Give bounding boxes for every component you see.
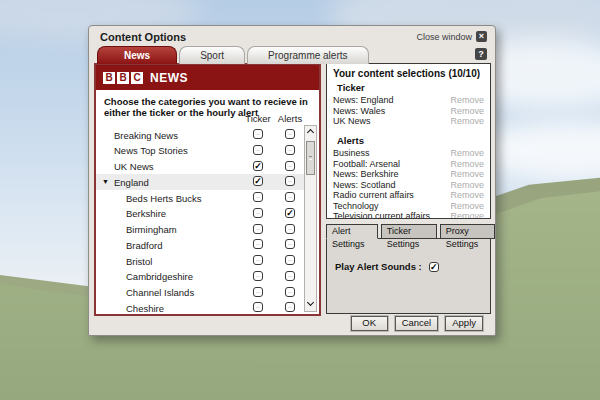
selection-item: BusinessRemove xyxy=(333,148,484,158)
tab-news[interactable]: News xyxy=(97,46,177,64)
footer-button-bar: OKCancelApply xyxy=(351,316,483,331)
category-label: Bristol xyxy=(126,256,152,267)
content-options-dialog: Content Options Close window × NewsSport… xyxy=(88,25,496,336)
selection-item-label: Technology xyxy=(333,201,379,211)
apply-button[interactable]: Apply xyxy=(445,316,483,331)
selection-item-label: Radio current affairs xyxy=(333,190,414,200)
settings-tab-bar: Alert SettingsTicker SettingsProxy Setti… xyxy=(326,224,495,239)
selection-item-label: Television current affairs xyxy=(333,211,430,219)
category-row-news-top-stories: News Top Stories–– xyxy=(96,143,305,159)
ticker-checkbox[interactable]: – xyxy=(253,287,263,297)
remove-link[interactable]: Remove xyxy=(450,180,484,190)
close-window-button[interactable]: Close window × xyxy=(416,31,487,42)
selection-group-alerts: AlertsBusinessRemoveFootball: ArsenalRem… xyxy=(333,135,484,219)
help-button[interactable]: ? xyxy=(475,48,487,60)
category-row-bristol: Bristol–– xyxy=(96,253,305,269)
ticker-checkbox[interactable]: – xyxy=(253,224,263,234)
category-label: Channel Islands xyxy=(126,287,194,298)
alerts-checkbox[interactable]: – xyxy=(285,224,295,234)
selection-group-ticker: TickerNews: EnglandRemoveNews: WalesRemo… xyxy=(333,82,484,126)
remove-link[interactable]: Remove xyxy=(450,116,484,126)
ticker-checkbox[interactable]: ✓ xyxy=(253,176,263,186)
selection-item-label: Football: Arsenal xyxy=(333,159,400,169)
remove-link[interactable]: Remove xyxy=(450,159,484,169)
category-label: UK News xyxy=(114,161,154,172)
cancel-button[interactable]: Cancel xyxy=(395,316,439,331)
tab-sport[interactable]: Sport xyxy=(179,46,245,64)
remove-link[interactable]: Remove xyxy=(450,169,484,179)
selections-title: Your content selections (10/10) xyxy=(333,68,484,79)
scrollbar-thumb[interactable] xyxy=(306,141,315,175)
ticker-checkbox[interactable]: – xyxy=(253,129,263,139)
ticker-checkbox[interactable]: – xyxy=(253,192,263,202)
alerts-checkbox[interactable]: ✓ xyxy=(285,208,295,218)
selection-group-heading: Alerts xyxy=(337,135,484,146)
alerts-checkbox[interactable]: – xyxy=(285,271,295,281)
selections-panel: Your content selections (10/10) TickerNe… xyxy=(326,63,491,219)
alerts-checkbox[interactable]: – xyxy=(285,129,295,139)
selection-item-label: Business xyxy=(333,148,370,158)
expander-icon[interactable]: ▼ xyxy=(102,178,109,185)
alerts-checkbox[interactable]: – xyxy=(285,176,295,186)
scrollbar-up-icon[interactable] xyxy=(305,126,316,138)
bbc-logo-suffix: NEWS xyxy=(150,71,188,85)
ticker-checkbox[interactable]: – xyxy=(253,145,263,155)
ok-button[interactable]: OK xyxy=(351,316,388,331)
category-label: News Top Stories xyxy=(114,145,188,156)
alerts-checkbox[interactable]: – xyxy=(285,239,295,249)
remove-link[interactable]: Remove xyxy=(450,95,484,105)
selection-item: UK NewsRemove xyxy=(333,116,484,126)
remove-link[interactable]: Remove xyxy=(450,190,484,200)
scrollbar-down-icon[interactable] xyxy=(305,299,316,311)
play-alert-sounds-checkbox[interactable]: ✓ xyxy=(429,262,439,272)
selection-item-label: UK News xyxy=(333,116,371,126)
category-label: Cheshire xyxy=(126,303,164,314)
tab-proxy-settings[interactable]: Proxy Settings xyxy=(440,224,495,239)
tab-programme-alerts[interactable]: Programme alerts xyxy=(247,46,368,64)
selection-item: Radio current affairsRemove xyxy=(333,190,484,200)
alerts-checkbox[interactable]: – xyxy=(285,287,295,297)
ticker-checkbox[interactable]: – xyxy=(253,302,263,312)
ticker-checkbox[interactable]: – xyxy=(253,255,263,265)
list-scrollbar[interactable] xyxy=(304,125,317,312)
ticker-checkbox[interactable]: – xyxy=(253,239,263,249)
tab-alert-settings[interactable]: Alert Settings xyxy=(326,224,378,239)
ticker-checkbox[interactable]: – xyxy=(253,208,263,218)
selection-item: News: ScotlandRemove xyxy=(333,180,484,190)
selection-item: News: EnglandRemove xyxy=(333,95,484,105)
tab-ticker-settings[interactable]: Ticker Settings xyxy=(381,224,437,239)
selection-item: News: BerkshireRemove xyxy=(333,169,484,179)
selection-item: News: WalesRemove xyxy=(333,106,484,116)
alerts-checkbox[interactable]: – xyxy=(285,161,295,171)
column-headers: Ticker Alerts xyxy=(96,113,319,125)
ticker-checkbox[interactable]: ✓ xyxy=(253,161,263,171)
selection-item-label: News: Berkshire xyxy=(333,169,399,179)
category-label: Breaking News xyxy=(114,130,178,141)
category-label: Cambridgeshire xyxy=(126,271,193,282)
category-label: Bradford xyxy=(126,240,162,251)
selection-item-label: News: Wales xyxy=(333,106,385,116)
category-row-beds-herts-bucks: Beds Herts Bucks–– xyxy=(96,190,305,206)
remove-link[interactable]: Remove xyxy=(450,201,484,211)
selections-groups: TickerNews: EnglandRemoveNews: WalesRemo… xyxy=(333,82,484,219)
close-icon: × xyxy=(476,31,487,42)
alerts-checkbox[interactable]: – xyxy=(285,255,295,265)
remove-link[interactable]: Remove xyxy=(450,211,484,219)
bbc-logo-letter: B xyxy=(117,72,129,84)
category-label: Beds Herts Bucks xyxy=(126,193,202,204)
bbc-logo-letter: C xyxy=(131,72,143,84)
alerts-checkbox[interactable]: – xyxy=(285,192,295,202)
instruction-line-1: Choose the categories you want to reciev… xyxy=(104,96,319,107)
selection-item-label: News: Scotland xyxy=(333,180,396,190)
alerts-checkbox[interactable]: – xyxy=(285,302,295,312)
bbc-news-logo: B B C NEWS xyxy=(96,65,319,90)
category-label: Berkshire xyxy=(126,208,166,219)
category-label: England xyxy=(114,177,149,188)
category-row-channel-islands: Channel Islands–– xyxy=(96,285,305,301)
remove-link[interactable]: Remove xyxy=(450,106,484,116)
alerts-checkbox[interactable]: – xyxy=(285,145,295,155)
remove-link[interactable]: Remove xyxy=(450,148,484,158)
ticker-checkbox[interactable]: – xyxy=(253,271,263,281)
category-row-bradford: Bradford–– xyxy=(96,237,305,253)
alerts-column-header: Alerts xyxy=(272,113,308,124)
